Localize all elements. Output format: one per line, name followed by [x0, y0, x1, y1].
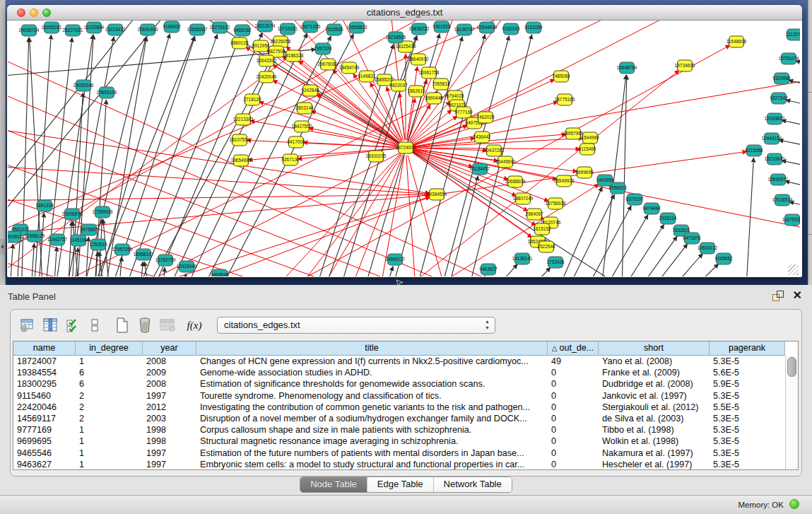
table-cell[interactable]: 9463627	[13, 459, 76, 469]
table-cell[interactable]: 0	[548, 448, 599, 459]
network-edge[interactable]	[601, 224, 664, 276]
network-node[interactable]: 1891334	[35, 200, 54, 211]
network-edge[interactable]	[70, 93, 83, 276]
network-node[interactable]: 9227342	[770, 93, 788, 104]
network-node[interactable]: 19218506	[386, 32, 406, 43]
network-node[interactable]: 22420046	[257, 71, 277, 83]
table-cell[interactable]: Hescheler et al. (1997)	[599, 459, 710, 469]
network-edge[interactable]	[250, 121, 398, 146]
table-scrollbar[interactable]	[785, 356, 798, 469]
network-node[interactable]: 9417008	[287, 136, 305, 148]
table-cell[interactable]: Corpus callosum shape and size in male p…	[196, 424, 548, 436]
network-node[interactable]: 19654983	[231, 155, 252, 166]
table-cell[interactable]: Franke et al. (2009)	[599, 367, 710, 378]
network-node[interactable]: 29053346	[73, 80, 94, 91]
column-header-out_de[interactable]: △out_de...	[548, 341, 599, 356]
network-node[interactable]: 11568129	[25, 230, 45, 242]
network-edge[interactable]	[584, 215, 648, 276]
table-cell[interactable]: 5.9E-5	[710, 378, 785, 390]
table-cell[interactable]: Genome-wide association studies in ADHD.	[196, 367, 548, 378]
network-edge[interactable]	[657, 264, 719, 276]
network-node[interactable]: 10437281	[484, 145, 505, 156]
network-node[interactable]: 9474444	[642, 203, 661, 214]
table-row[interactable]: 946554611997Estimation of the future num…	[13, 448, 785, 459]
network-node[interactable]: 1615152	[533, 223, 551, 235]
network-node[interactable]: 2718120	[243, 94, 261, 105]
network-node[interactable]: 1733426	[546, 257, 565, 268]
table-cell[interactable]: 14569117	[13, 413, 76, 424]
network-edge[interactable]	[785, 181, 800, 191]
table-selector[interactable]: citations_edges.txt ▲▼	[217, 317, 495, 334]
table-cell[interactable]: Wolkin et al. (1998)	[599, 436, 710, 447]
network-node[interactable]: 11675331	[782, 214, 800, 226]
table-row[interactable]: 1830029562008Estimation of significance …	[13, 378, 785, 390]
table-cell[interactable]: Jankovic et al. (1997)	[599, 390, 710, 402]
network-edge[interactable]	[8, 244, 13, 276]
column-header-year[interactable]: year	[143, 341, 196, 356]
network-node[interactable]: 14569117	[385, 254, 406, 265]
network-node[interactable]: 1544969	[581, 132, 599, 144]
table-cell[interactable]: 1	[76, 448, 143, 459]
network-node[interactable]: 10688609	[505, 176, 526, 187]
network-node[interactable]: 16543392	[257, 55, 277, 66]
table-cell[interactable]: Yano et al. (2008)	[599, 356, 710, 367]
network-edge[interactable]	[445, 151, 747, 193]
network-view[interactable]: 1872400718300295193845548860128891295428…	[8, 21, 800, 276]
table-cell[interactable]: 0	[548, 424, 599, 436]
close-panel-icon[interactable]: ✕	[793, 288, 802, 302]
network-node[interactable]: 15449690	[495, 156, 516, 168]
table-cell[interactable]: 18724007	[13, 356, 76, 367]
table-cell[interactable]: 6	[76, 378, 143, 390]
table-cell[interactable]: 2008	[143, 356, 196, 367]
network-node[interactable]: 17957255	[112, 244, 133, 255]
new-table-button[interactable]	[112, 315, 132, 335]
network-node[interactable]: 2803144	[295, 103, 314, 114]
show-columns-button[interactable]	[40, 315, 60, 335]
network-node[interactable]: 20691406	[138, 24, 158, 35]
network-node[interactable]: 16756928	[546, 198, 566, 209]
window-resize-grip[interactable]	[788, 264, 799, 275]
table-row[interactable]: 1456911722003Disruption of a novel membe…	[13, 413, 785, 424]
network-node[interactable]: 8215958	[745, 145, 763, 156]
network-graph[interactable]: 1872400718300295193845548860128891295428…	[8, 21, 800, 276]
table-row[interactable]: 946362711997Embryonic stem cells: a mode…	[13, 459, 785, 469]
network-node[interactable]: 16671355	[300, 21, 321, 33]
network-edge[interactable]	[29, 243, 34, 276]
table-cell[interactable]: Changes of HCN gene expression and I(f) …	[196, 356, 548, 367]
network-node[interactable]: 2935114	[659, 213, 677, 224]
column-header-title[interactable]: title	[196, 341, 548, 356]
network-node[interactable]: 8860128	[230, 37, 249, 49]
tab-node-table[interactable]: Node Table	[300, 477, 367, 492]
network-edge[interactable]	[406, 156, 418, 276]
network-node[interactable]: 16958107	[134, 249, 154, 260]
network-edge[interactable]	[64, 21, 700, 276]
network-node[interactable]: 9777169	[454, 107, 473, 118]
network-node[interactable]: 7955812	[432, 78, 450, 90]
network-node[interactable]: 3919911	[8, 231, 23, 243]
table-cell[interactable]: 19384554	[13, 367, 76, 378]
network-node[interactable]: 9245652	[714, 253, 733, 264]
table-row[interactable]: 977716911998Corpus callosum shape and si…	[13, 424, 785, 436]
table-cell[interactable]: 5.3E-5	[710, 413, 785, 424]
network-node[interactable]: 1440954	[596, 175, 614, 186]
table-cell[interactable]: 0	[548, 436, 599, 447]
network-node[interactable]: 18313074	[255, 21, 276, 32]
scrollbar-thumb[interactable]	[787, 357, 796, 377]
table-cell[interactable]: 1998	[143, 424, 196, 436]
network-node[interactable]: 8990448	[425, 93, 443, 104]
network-node[interactable]: 18130747	[454, 24, 475, 35]
tab-network-table[interactable]: Network Table	[434, 477, 512, 492]
table-cell[interactable]: 2012	[143, 402, 196, 413]
network-edge[interactable]	[138, 262, 143, 276]
network-node[interactable]: 20206576	[62, 209, 83, 220]
table-settings-button[interactable]	[18, 315, 37, 335]
network-edge[interactable]	[100, 37, 146, 276]
network-node[interactable]: 18775165	[555, 94, 575, 105]
network-edge[interactable]	[789, 80, 800, 90]
network-edge[interactable]	[789, 201, 800, 211]
table-cell[interactable]: Tibbo et al. (1998)	[599, 424, 710, 436]
network-node[interactable]: 16210643	[765, 153, 785, 165]
network-edge[interactable]	[567, 206, 631, 276]
network-edge[interactable]	[413, 150, 473, 167]
network-node[interactable]: 17016514	[772, 194, 793, 206]
